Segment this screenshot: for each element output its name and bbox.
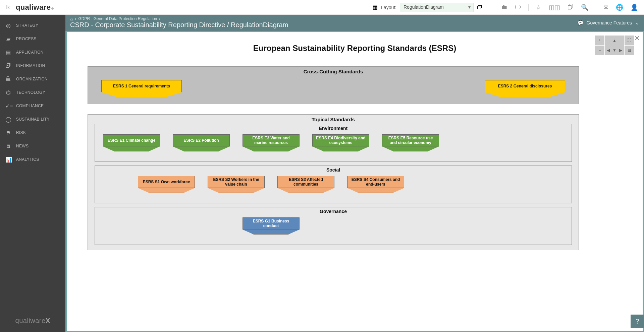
section-topical: Topical Standards Environment ESRS E1 Cl… (88, 114, 510, 250)
divider (494, 4, 494, 11)
sidebar-item-label: SUSTAINABILITY (16, 117, 50, 122)
page-title: CSRD - Corporate Sustainability Reportin… (70, 21, 288, 29)
brand-reg: ® (51, 7, 54, 10)
sidebar: ◎ STRATEGY ▰ PROCESS ▤ APPLICATION 🗐 INF… (0, 0, 65, 255)
section-title: Cross-Cutting Standards (88, 67, 510, 74)
section-cross-cutting: Cross-Cutting Standards ESRS 1 General r… (88, 66, 510, 104)
subsection-title: Environment (95, 124, 510, 131)
sidebar-item-technology[interactable]: ⌬ TECHNOLOGY (0, 86, 65, 99)
sidebar-item-label: RISK (16, 130, 26, 135)
chevron-right-icon: › (75, 16, 76, 21)
topbar-actions: 🖿 🖵 ☆ ◫◫ 🗍 🔍 ✉ 🌐 👤 (494, 4, 510, 11)
canvas-container: ✕ + ▲ ◀▼▶ ⛶ − ▦ European Sustainability … (65, 31, 510, 255)
sidebar-item-risk[interactable]: ⚑ RISK (0, 126, 65, 139)
node-e4[interactable]: ESRS E4 Biodiversity and ecosystems (312, 134, 369, 146)
org-icon: 🏛 (5, 76, 11, 82)
diagram-canvas[interactable]: ✕ + ▲ ◀▼▶ ⛶ − ▦ European Sustainability … (67, 32, 510, 255)
sidebar-item-label: TECHNOLOGY (16, 90, 45, 95)
node-label: ESRS S4 Consumers and end-users (350, 177, 401, 187)
stack-icon[interactable]: 🗇 (477, 4, 482, 10)
node-label: ESRS S2 Workers in the value chain (211, 177, 262, 187)
page-header: ⌂ › GDPR - General Data Protection Regul… (65, 15, 510, 31)
tag-icon: ▰ (5, 36, 11, 42)
sidebar-item-label: COMPLIANCE (16, 104, 44, 108)
node-esrs2[interactable]: ESRS 2 General disclosures (485, 80, 510, 92)
node-esrs1[interactable]: ESRS 1 General requirements (101, 80, 182, 92)
chevron-right-icon: › (159, 16, 160, 21)
chip-icon: ⌬ (5, 89, 11, 96)
analytics-icon: 📊 (5, 156, 11, 163)
sidebar-item-analytics[interactable]: 📊 ANALYTICS (0, 153, 65, 166)
node-label: ESRS E2 Pollution (183, 138, 219, 143)
breadcrumb: ⌂ › GDPR - General Data Protection Regul… (70, 16, 160, 21)
brand-text: qualiware (16, 3, 51, 12)
node-e2[interactable]: ESRS E2 Pollution (173, 134, 230, 146)
checklist-icon: ✓≡ (5, 103, 11, 109)
chevron-down-icon: ▾ (468, 4, 471, 10)
sidebar-item-information[interactable]: 🗐 INFORMATION (0, 59, 65, 72)
sidebar-item-strategy[interactable]: ◎ STRATEGY (0, 19, 65, 32)
sidebar-item-process[interactable]: ▰ PROCESS (0, 32, 65, 46)
sidebar-item-label: STRATEGY (16, 23, 38, 28)
sidebar-item-application[interactable]: ▤ APPLICATION (0, 46, 65, 59)
subsection-social: Social ESRS S1 Own workforce ESRS S2 Wor… (95, 165, 510, 203)
sidebar-item-label: ORGANIZATION (16, 77, 48, 81)
node-s2[interactable]: ESRS S2 Workers in the value chain (208, 176, 265, 188)
node-label: ESRS E5 Resource use and circular econom… (385, 136, 436, 145)
layout-select-value: RegulationDiagram (404, 4, 444, 10)
node-label: ESRS E1 Climate change (108, 138, 156, 143)
layout-select[interactable]: RegulationDiagram ▾ (400, 3, 474, 12)
subsection-governance: Governance ESRS G1 Business conduct (95, 207, 510, 245)
node-label: ESRS E4 Biodiversity and ecosystems (315, 136, 366, 145)
node-label: ESRS 2 General disclosures (498, 84, 510, 88)
target-icon: ◎ (5, 22, 11, 29)
folder-icon[interactable]: 🖿 (501, 4, 507, 11)
sidebar-item-organization[interactable]: 🏛 ORGANIZATION (0, 72, 65, 86)
news-icon: 🗎 (5, 143, 11, 149)
node-e1[interactable]: ESRS E1 Climate change (103, 134, 160, 146)
sidebar-item-label: NEWS (16, 144, 29, 148)
node-label: ESRS E3 Water and marine resources (246, 136, 297, 145)
subsection-title: Governance (95, 207, 510, 214)
circle-icon: ◯ (5, 116, 11, 123)
layout-grid-icon[interactable]: ▦ (373, 4, 378, 10)
subsection-environment: Environment ESRS E1 Climate change ESRS … (95, 124, 510, 162)
brand-logo[interactable]: qualiware ® (16, 3, 54, 12)
node-g1[interactable]: ESRS G1 Business conduct (243, 217, 300, 229)
sidebar-item-compliance[interactable]: ✓≡ COMPLIANCE (0, 99, 65, 113)
node-label: ESRS S1 Own workforce (143, 180, 190, 184)
node-s4[interactable]: ESRS S4 Consumers and end-users (347, 176, 404, 188)
node-s3[interactable]: ESRS S3 Affected communities (277, 176, 334, 188)
topbar: I‹ qualiware ® ▦ Layout: RegulationDiagr… (0, 0, 510, 15)
node-label: ESRS S3 Affected communities (280, 177, 331, 187)
sidebar-item-news[interactable]: 🗎 NEWS (0, 139, 65, 153)
diagram-title: European Sustainability Reporting Standa… (67, 44, 510, 53)
node-label: ESRS G1 Business conduct (246, 219, 297, 228)
sidebar-item-sustainability[interactable]: ◯ SUSTAINABILITY (0, 113, 65, 126)
sidebar-item-label: PROCESS (16, 37, 37, 41)
node-e3[interactable]: ESRS E3 Water and marine resources (243, 134, 300, 146)
home-icon[interactable]: ⌂ (70, 16, 73, 21)
section-title: Topical Standards (88, 115, 510, 122)
sidebar-item-label: INFORMATION (16, 63, 45, 68)
layout-label: Layout: (381, 5, 396, 10)
sidebar-item-label: ANALYTICS (16, 157, 39, 162)
layout-selector-group: ▦ Layout: RegulationDiagram ▾ 🗇 (373, 3, 482, 12)
flag-icon: ⚑ (5, 130, 11, 136)
subsection-title: Social (95, 166, 510, 173)
breadcrumb-parent[interactable]: GDPR - General Data Protection Regulatio… (78, 16, 157, 21)
sidebar-collapse-button[interactable]: I‹ (6, 4, 10, 11)
node-e5[interactable]: ESRS E5 Resource use and circular econom… (382, 134, 439, 146)
sidebar-item-label: APPLICATION (16, 50, 44, 55)
doc-icon: 🗐 (5, 63, 11, 69)
sidebar-list: ◎ STRATEGY ▰ PROCESS ▤ APPLICATION 🗐 INF… (0, 19, 65, 166)
node-s1[interactable]: ESRS S1 Own workforce (138, 176, 195, 188)
app-icon: ▤ (5, 49, 11, 56)
node-label: ESRS 1 General requirements (113, 84, 170, 88)
